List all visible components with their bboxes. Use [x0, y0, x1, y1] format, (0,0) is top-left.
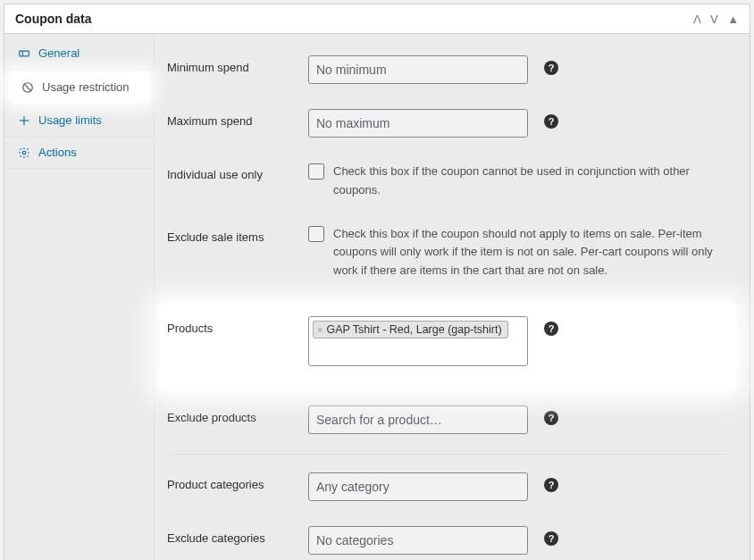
coupon-data-panel: Coupon data ᐱ ᐯ ▲ General Usage restrict…	[4, 4, 750, 560]
placeholder-exclude-products: Search for a product…	[316, 413, 442, 427]
tab-usage-restriction[interactable]: Usage restriction	[8, 71, 150, 103]
svg-line-2	[24, 83, 31, 90]
select-products[interactable]: × GAP Tshirt - Red, Large (gap-tshirt)	[308, 316, 528, 366]
svg-point-5	[22, 151, 26, 155]
help-icon[interactable]: ?	[544, 322, 558, 336]
label-products: Products	[167, 316, 299, 335]
tab-general[interactable]: General	[4, 38, 154, 70]
product-chip: × GAP Tshirt - Red, Large (gap-tshirt)	[313, 321, 508, 339]
select-exclude-categories[interactable]: No categories	[308, 526, 528, 555]
target-icon	[17, 114, 31, 127]
coupon-icon	[17, 47, 31, 60]
label-minimum-spend: Minimum spend	[167, 55, 299, 74]
chip-remove-icon[interactable]: ×	[317, 324, 323, 335]
tab-usage-limits-label: Usage limits	[38, 113, 102, 127]
gear-icon	[17, 146, 31, 159]
content-area: Minimum spend ? Maximum spend ? Individu…	[155, 34, 750, 560]
panel-title: Coupon data	[15, 12, 92, 26]
row-minimum-spend: Minimum spend ?	[167, 46, 728, 100]
desc-exclude-sale: Check this box if the coupon should not …	[333, 225, 728, 280]
placeholder-exclude-categories: No categories	[316, 533, 393, 547]
row-exclude-products: Exclude products Search for a product… ?	[167, 397, 728, 450]
placeholder-product-categories: Any category	[316, 480, 390, 494]
checkbox-exclude-sale[interactable]	[308, 226, 324, 242]
label-exclude-products: Exclude products	[167, 405, 299, 424]
label-individual-use: Individual use only	[167, 163, 299, 181]
row-maximum-spend: Maximum spend ?	[167, 100, 728, 154]
tab-usage-limits[interactable]: Usage limits	[4, 104, 154, 137]
row-exclude-categories: Exclude categories No categories ?	[167, 517, 728, 560]
tab-usage-restriction-label: Usage restriction	[42, 80, 130, 94]
svg-rect-0	[20, 51, 29, 56]
row-product-categories: Product categories Any category ?	[167, 464, 728, 517]
panel-body: General Usage restriction Usage limits A…	[4, 34, 750, 560]
panel-toggle-icon[interactable]: ▲	[727, 13, 739, 26]
help-icon[interactable]: ?	[544, 114, 558, 129]
help-icon[interactable]: ?	[544, 531, 558, 546]
input-minimum-spend[interactable]	[308, 55, 528, 84]
desc-individual-use: Check this box if the coupon cannot be u…	[333, 163, 728, 200]
tab-general-label: General	[38, 46, 80, 60]
label-product-categories: Product categories	[167, 472, 299, 491]
help-icon[interactable]: ?	[544, 478, 558, 492]
panel-actions: ᐱ ᐯ ▲	[693, 13, 739, 26]
divider	[167, 454, 728, 455]
tab-actions-label: Actions	[38, 146, 77, 159]
help-icon[interactable]: ?	[544, 61, 558, 75]
row-individual-use: Individual use only Check this box if th…	[167, 154, 728, 216]
panel-move-down-icon[interactable]: ᐯ	[710, 13, 718, 26]
label-maximum-spend: Maximum spend	[167, 109, 299, 128]
product-chip-label: GAP Tshirt - Red, Large (gap-tshirt)	[326, 323, 501, 336]
block-icon	[21, 81, 35, 94]
sidebar: General Usage restriction Usage limits A…	[4, 34, 155, 560]
label-exclude-sale: Exclude sale items	[167, 225, 299, 244]
panel-move-up-icon[interactable]: ᐱ	[693, 13, 701, 26]
help-icon[interactable]: ?	[544, 411, 558, 425]
tab-actions[interactable]: Actions	[4, 137, 154, 169]
input-maximum-spend[interactable]	[308, 109, 528, 138]
label-exclude-categories: Exclude categories	[167, 526, 299, 545]
select-exclude-products[interactable]: Search for a product…	[308, 405, 528, 434]
row-exclude-sale: Exclude sale items Check this box if the…	[167, 216, 728, 297]
row-products: Products × GAP Tshirt - Red, Large (gap-…	[158, 302, 737, 391]
select-product-categories[interactable]: Any category	[308, 472, 528, 501]
checkbox-individual-use[interactable]	[308, 163, 324, 180]
panel-header[interactable]: Coupon data ᐱ ᐯ ▲	[4, 4, 750, 34]
